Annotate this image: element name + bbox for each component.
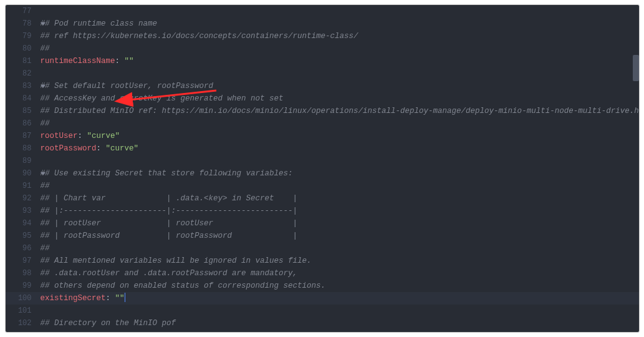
line-number: 97 [6, 255, 41, 267]
code-line[interactable]: 83## Set default rootUser, rootPassword [6, 80, 639, 92]
code-line[interactable]: 95## | rootPassword | rootPassword | [6, 230, 639, 242]
line-number: 83 [6, 80, 41, 92]
code-content[interactable]: ## All mentioned variables will be ignor… [41, 255, 312, 267]
code-content[interactable]: ## Directory on the MinIO pof [41, 317, 176, 330]
line-number: 94 [6, 217, 41, 230]
token-comment: ## Distributed MinIO ref: https://min.io… [41, 107, 639, 115]
code-content[interactable]: ## others depend on enabled status of co… [41, 280, 326, 292]
line-number: 88 [6, 142, 41, 155]
code-content[interactable]: ## [41, 42, 50, 55]
token-comment: ## Directory on the MinIO pof [41, 319, 176, 328]
line-number: 85 [6, 105, 41, 117]
code-line[interactable]: 97## All mentioned variables will be ign… [6, 255, 639, 267]
code-content[interactable]: ## | rootPassword | rootPassword | [41, 230, 298, 242]
line-number: 92 [6, 192, 41, 205]
token-comment: ## [41, 244, 50, 253]
line-number: 93 [6, 205, 41, 217]
code-content[interactable]: rootUser: "curve" [41, 130, 120, 142]
code-content[interactable]: runtimeClassName: "" [41, 55, 134, 67]
token-key: runtimeClassName [41, 57, 115, 66]
token-string: "" [115, 294, 125, 303]
code-line[interactable]: 78## Pod runtime class name [6, 17, 639, 30]
text-cursor [125, 293, 126, 302]
code-content[interactable]: ## | rootUser | rootUser | [41, 217, 298, 230]
code-line[interactable]: 92## | Chart var | .data.<key> in Secret… [6, 192, 639, 205]
line-number: 80 [6, 42, 41, 55]
code-line[interactable]: 93## |:----------------------|:---------… [6, 205, 639, 217]
token-colon: : [115, 57, 125, 66]
code-line[interactable]: 89 [6, 155, 639, 167]
token-comment: ## .data.rootUser and .data.rootPassword… [41, 269, 298, 278]
code-line[interactable]: 94## | rootUser | rootUser | [6, 217, 639, 230]
code-content[interactable]: ## Set default rootUser, rootPassword [41, 80, 214, 92]
line-number: 99 [6, 280, 41, 292]
token-comment: ## | rootUser | rootUser | [41, 219, 298, 228]
line-number: 98 [6, 267, 41, 280]
code-content[interactable]: existingSecret: "" [41, 292, 126, 305]
code-content[interactable]: rootPassword: "curve" [41, 142, 139, 155]
token-comment: ## [41, 182, 50, 190]
token-comment: ## |:----------------------|:-----------… [41, 207, 298, 215]
code-lines[interactable]: 7778## Pod runtime class name79## ref ht… [6, 5, 639, 330]
line-number: 95 [6, 230, 41, 242]
code-content[interactable]: ## | Chart var | .data.<key> in Secret | [41, 192, 298, 205]
line-number: 91 [6, 180, 41, 192]
line-number: 86 [6, 117, 41, 130]
scrollbar-thumb[interactable] [633, 55, 639, 81]
code-line[interactable]: 77 [6, 5, 639, 17]
code-line[interactable]: 81runtimeClassName: "" [6, 55, 639, 67]
code-line[interactable]: 90## Use existing Secret that store foll… [6, 167, 639, 180]
code-line[interactable]: 100existingSecret: "" [6, 292, 639, 305]
line-number: 84 [6, 92, 41, 105]
line-number: 90 [6, 167, 41, 180]
line-number: 102 [6, 317, 41, 330]
code-line[interactable]: 79## ref https://kubernetes.io/docs/conc… [6, 30, 639, 42]
line-number: 82 [6, 67, 41, 80]
code-content[interactable]: ## ref https://kubernetes.io/docs/concep… [41, 30, 358, 42]
code-content[interactable]: ## Distributed MinIO ref: https://min.io… [41, 105, 639, 117]
token-key: existingSecret [41, 294, 106, 303]
token-colon: : [97, 144, 106, 153]
code-line[interactable]: 88rootPassword: "curve" [6, 142, 639, 155]
line-number: 100 [6, 292, 41, 305]
code-line[interactable]: 86## [6, 117, 639, 130]
code-content[interactable]: ## [41, 117, 50, 130]
code-line[interactable]: 80## [6, 42, 639, 55]
line-number: 87 [6, 130, 41, 142]
code-line[interactable]: 87rootUser: "curve" [6, 130, 639, 142]
line-number: 96 [6, 242, 41, 255]
code-line[interactable]: 85## Distributed MinIO ref: https://min.… [6, 105, 639, 117]
token-comment: ## ref https://kubernetes.io/docs/concep… [41, 32, 358, 41]
code-line[interactable]: 101 [6, 305, 639, 317]
line-number: 81 [6, 55, 41, 67]
token-comment: ## others depend on enabled status of co… [41, 281, 326, 290]
token-comment: ## Use existing Secret that store follow… [41, 169, 293, 178]
code-line[interactable]: 102## Directory on the MinIO pof [6, 317, 639, 330]
line-number: 78 [6, 17, 41, 30]
scrollbar-track[interactable] [633, 5, 639, 332]
token-comment: ## | rootPassword | rootPassword | [41, 232, 298, 240]
token-colon: : [106, 294, 115, 303]
token-string: "" [125, 57, 134, 66]
code-line[interactable]: 91## [6, 180, 639, 192]
code-content[interactable]: ## .data.rootUser and .data.rootPassword… [41, 267, 298, 280]
code-content[interactable]: ## |:----------------------|:-----------… [41, 205, 298, 217]
token-colon: : [78, 132, 87, 140]
code-content[interactable]: ## AccessKey and secretKey is generated … [41, 92, 284, 105]
code-line[interactable]: 96## [6, 242, 639, 255]
code-line[interactable]: 82 [6, 67, 639, 80]
code-line[interactable]: 99## others depend on enabled status of … [6, 280, 639, 292]
token-string: "curve" [87, 132, 120, 140]
editor-frame: 7778## Pod runtime class name79## ref ht… [5, 4, 640, 333]
code-content[interactable]: ## [41, 180, 50, 192]
token-comment: ## | Chart var | .data.<key> in Secret | [41, 194, 298, 203]
code-content[interactable]: ## [41, 242, 50, 255]
code-line[interactable]: 98## .data.rootUser and .data.rootPasswo… [6, 267, 639, 280]
line-number: 79 [6, 30, 41, 42]
code-content[interactable]: ## Pod runtime class name [41, 17, 158, 30]
code-editor[interactable]: 7778## Pod runtime class name79## ref ht… [6, 5, 639, 332]
token-comment: ## Pod runtime class name [41, 19, 158, 28]
code-line[interactable]: 84## AccessKey and secretKey is generate… [6, 92, 639, 105]
token-comment: ## All mentioned variables will be ignor… [41, 256, 312, 265]
code-content[interactable]: ## Use existing Secret that store follow… [41, 167, 293, 180]
